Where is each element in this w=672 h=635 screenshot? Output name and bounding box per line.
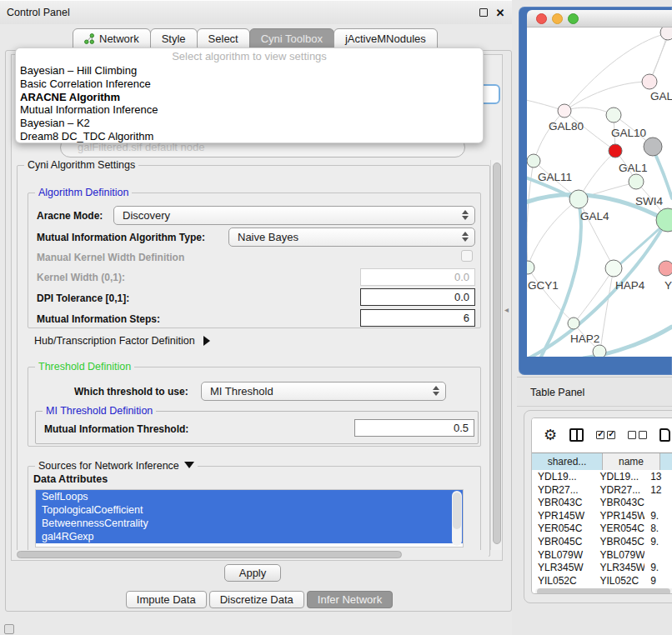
network-node-label: GAL4 (580, 210, 609, 222)
mi-type-label: Mutual Information Algorithm Type: (37, 232, 205, 243)
table-row[interactable]: YPR145WYPR145W9. (532, 510, 672, 523)
settings-vertical-scrollbar[interactable] (490, 160, 502, 550)
algorithm-option-dream8-dc-tdc-algorithm[interactable]: Dream8 DC_TDC Algorithm (16, 130, 483, 143)
table-row[interactable]: YIL052CYIL052C9 (532, 575, 672, 588)
tab-jactivemnodules[interactable]: jActiveMNodules (333, 28, 438, 48)
minimize-window-icon[interactable] (552, 13, 563, 24)
zoom-window-icon[interactable] (568, 13, 579, 24)
data-attribute-item[interactable]: SelfLoops (36, 490, 463, 503)
table-cell: YLR345W (594, 562, 645, 575)
column-header-name[interactable]: name (603, 453, 660, 470)
close-panel-button[interactable]: ✕ (494, 7, 507, 20)
column-header-shared-[interactable]: shared... (532, 453, 603, 470)
column-pane-icon[interactable] (569, 428, 584, 442)
table-row[interactable]: YLR345WYLR345W9. (532, 562, 672, 575)
document-icon[interactable] (659, 428, 670, 442)
screen: Control Panel ✕ NetworkStyleSelectCyni T… (0, 0, 672, 635)
float-panel-button[interactable] (477, 7, 490, 20)
which-threshold-combobox[interactable]: MI Threshold (201, 382, 446, 401)
mi-steps-field[interactable]: 6 (360, 309, 475, 327)
network-edge-highlighted[interactable] (653, 148, 672, 198)
table-row[interactable]: YBR045CYBR045C9. (532, 536, 672, 549)
tab-infer-network[interactable]: Infer Network (307, 591, 393, 608)
data-attribute-item[interactable]: TopologicalCoefficient (36, 503, 463, 517)
network-edge[interactable] (528, 199, 579, 267)
network-node-label: GAL10 (611, 127, 646, 139)
data-attributes-list[interactable]: SelfLoopsTopologicalCoefficientBetweenne… (35, 489, 464, 548)
tab-impute-data[interactable]: Impute Data (126, 591, 207, 608)
table-row[interactable]: YBR043CYBR043C (532, 497, 672, 510)
network-node-gcy1[interactable] (527, 261, 534, 274)
kernel-width-field[interactable]: 0.0 (360, 268, 475, 286)
minimized-panel-icon[interactable] (4, 624, 14, 634)
data-attribute-item[interactable]: BetweennessCentrality (36, 517, 463, 530)
network-node-gal4[interactable] (569, 190, 588, 208)
network-node-y[interactable] (659, 261, 672, 276)
select-all-icon[interactable] (596, 431, 615, 439)
sources-title: Sources for Network Inference (35, 460, 198, 472)
mi-steps-label: Mutual Information Steps: (37, 313, 160, 325)
network-node-label: SWI4 (635, 195, 663, 208)
network-canvas[interactable]: GALGAL80GAL10GAL1GAL11SWI4GAL4GCY1HAP4YH… (527, 28, 672, 357)
table-horizontal-scrollbar[interactable] (535, 588, 672, 594)
algorithm-option-aracne-algorithm[interactable]: ARACNE Algorithm (16, 91, 483, 104)
tab-cyni-toolbox[interactable]: Cyni Toolbox (249, 28, 334, 48)
control-panel-titlebar: Control Panel ✕ (0, 0, 517, 24)
tab-discretize-data[interactable]: Discretize Data (209, 591, 304, 608)
table-cell: YBL079W (532, 549, 594, 562)
table-cell: YBR043C (532, 497, 594, 510)
panel-divider-handle[interactable]: ◂ (504, 305, 509, 314)
tab-network[interactable]: Network (73, 28, 151, 48)
dpi-tolerance-label: DPI Tolerance [0,1]: (37, 292, 129, 304)
close-window-icon[interactable] (536, 13, 547, 24)
algorithm-option-bayesian-k2[interactable]: Bayesian – K2 (16, 117, 483, 130)
settings-horizontal-scrollbar[interactable] (13, 550, 489, 560)
network-node[interactable] (593, 345, 606, 357)
network-node-hap4[interactable] (605, 260, 622, 277)
network-node-gal10[interactable] (606, 108, 621, 122)
network-node[interactable] (660, 28, 672, 40)
which-threshold-label: Which threshold to use: (74, 386, 188, 398)
network-edge[interactable] (575, 268, 614, 322)
network-node[interactable] (644, 138, 662, 156)
hub-definition-expander[interactable]: Hub/Transcription Factor Definition (34, 335, 210, 347)
network-node-gal[interactable] (642, 74, 657, 89)
table-row[interactable]: YDR27...YDR27...12 (532, 484, 672, 498)
list-scrollbar[interactable] (452, 491, 462, 546)
apply-button[interactable]: Apply (224, 564, 281, 582)
network-node-gal80[interactable] (558, 104, 571, 118)
network-node[interactable] (609, 144, 622, 158)
network-node-gal11[interactable] (527, 154, 540, 168)
gear-icon[interactable]: ⚙ (544, 428, 557, 442)
manual-kernel-checkbox[interactable] (461, 250, 473, 262)
expand-down-icon (184, 462, 194, 468)
table-row[interactable]: YDL19...YDL19...13 (532, 471, 672, 484)
algorithm-option-mutual-information-inference[interactable]: Mutual Information Inference (16, 103, 483, 117)
control-panel-tabbar: NetworkStyleSelectCyni ToolboxjActiveMNo… (0, 28, 517, 48)
mi-type-combobox[interactable]: Naive Bayes (228, 228, 475, 247)
table-row[interactable]: YER054CYER054C8. (532, 522, 672, 536)
deselect-all-icon[interactable] (628, 431, 647, 439)
dpi-tolerance-field[interactable]: 0.0 (360, 288, 475, 306)
column-header-a[interactable]: A (660, 453, 672, 470)
table-row[interactable]: YBL079WYBL079W (532, 549, 672, 562)
network-node-label: HAP2 (570, 332, 599, 345)
network-node-hap2[interactable] (568, 318, 579, 329)
network-node-gal1[interactable] (629, 174, 644, 189)
table-cell: YIL052C (594, 575, 645, 588)
table-cell: YDL19... (594, 471, 645, 484)
tab-style[interactable]: Style (150, 28, 198, 48)
aracne-mode-combobox[interactable]: Discovery (113, 206, 475, 225)
tab-select[interactable]: Select (197, 28, 250, 48)
table-cell: YPR145W (594, 510, 645, 523)
algorithm-option-bayesian-hill-climbing[interactable]: Bayesian – Hill Climbing (16, 64, 483, 78)
network-window-titlebar[interactable] (527, 10, 672, 28)
algorithm-popup: Select algorithm to view settings Bayesi… (15, 48, 484, 143)
network-edge[interactable] (534, 111, 564, 160)
mi-threshold-field[interactable]: 0.5 (354, 419, 474, 437)
algorithm-option-basic-correlation-inference[interactable]: Basic Correlation Inference (16, 78, 483, 91)
network-edge[interactable] (600, 268, 614, 351)
stepper-icon (462, 210, 469, 220)
data-attribute-item[interactable]: gal4RGexp (36, 530, 463, 543)
control-panel-title: Control Panel (7, 7, 70, 18)
